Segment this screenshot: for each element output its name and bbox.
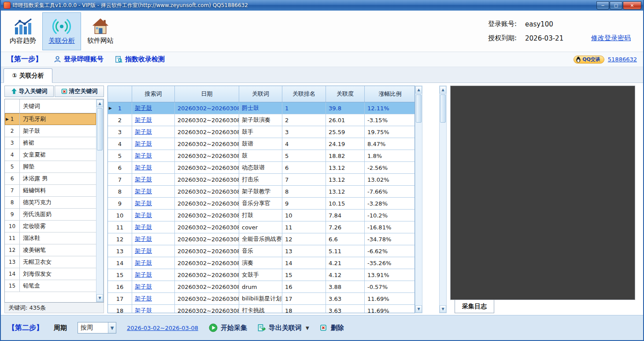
delete-button-label: 删除 xyxy=(331,324,344,332)
result-row[interactable]: 8架子鼓20260302~20260308架子鼓教学813.12-7.66% xyxy=(108,186,415,198)
scroll-thumb[interactable] xyxy=(97,108,103,150)
result-row[interactable]: 12架子鼓20260302~20260308全能音乐挑战赛126.6-34.78… xyxy=(108,233,415,245)
keyword-row[interactable]: 10定妆喷雾 xyxy=(5,221,96,232)
search-term-link[interactable]: 架子鼓 xyxy=(132,162,175,173)
result-row[interactable]: 5架子鼓20260302~20260308鼓518.821.8% xyxy=(108,150,415,162)
search-term-link[interactable]: 架子鼓 xyxy=(132,233,175,245)
result-row[interactable]: 11架子鼓20260302~20260308cover117.26-16.81% xyxy=(108,221,415,233)
col-header-search-term[interactable]: 搜索词 xyxy=(132,86,175,102)
result-row[interactable]: 14架子鼓20260302~20260308演奏144.21-35.26% xyxy=(108,257,415,269)
change-password-link[interactable]: 修改登录密码 xyxy=(591,34,631,42)
login-bilibili-button[interactable]: 登录哔哩账号 xyxy=(54,55,104,64)
panel-scrollbar[interactable]: ▲ ▼ xyxy=(439,86,447,313)
change-cell: 11.69% xyxy=(365,305,415,313)
result-row[interactable]: 10架子鼓20260302~20260308打鼓107.84-10.2% xyxy=(108,210,415,221)
change-cell: -2.56% xyxy=(365,162,415,173)
result-row[interactable]: 18架子鼓20260302~20260308打卡挑战183.6311.69% xyxy=(108,305,415,313)
scroll-down-icon[interactable]: ▼ xyxy=(440,305,446,313)
keyword-column-header[interactable]: 关键词 xyxy=(20,99,96,113)
search-term-link[interactable]: 架子鼓 xyxy=(132,210,175,221)
keyword-row[interactable]: 2架子鼓 xyxy=(5,125,96,137)
scroll-up-icon[interactable]: ▲ xyxy=(415,86,422,94)
col-header-change[interactable]: 涨幅比例 xyxy=(365,86,415,102)
scroll-thumb[interactable] xyxy=(416,94,422,123)
scroll-track[interactable] xyxy=(440,94,446,305)
search-term-link[interactable]: 架子鼓 xyxy=(132,269,175,281)
search-term-link[interactable]: 架子鼓 xyxy=(132,281,175,292)
tab-association-analysis[interactable]: 关联分析 xyxy=(42,12,81,50)
keyword-row[interactable]: 15铅笔盒 xyxy=(5,280,96,292)
col-header-date[interactable]: 日期 xyxy=(175,86,239,102)
keyword-row[interactable]: 13无帽卫衣女 xyxy=(5,256,96,268)
import-keywords-button[interactable]: 导入关键词 xyxy=(4,86,54,97)
search-term-link[interactable]: 架子鼓 xyxy=(132,245,175,257)
scroll-up-icon[interactable]: ▲ xyxy=(96,100,103,107)
index-check-button[interactable]: 指数收录检测 xyxy=(115,55,165,64)
export-dropdown-icon[interactable]: ▼ xyxy=(306,326,309,330)
search-term-link[interactable]: 架子鼓 xyxy=(132,293,175,304)
col-header-degree[interactable]: 关联度 xyxy=(326,86,365,102)
tab-collect-log[interactable]: 采集日志 xyxy=(455,300,494,313)
close-button[interactable]: ✕ xyxy=(623,1,641,10)
result-table: 搜索词 日期 关联词 关联排名 关联度 涨幅比例 ▶1架子鼓20260302~2… xyxy=(107,86,415,313)
search-term-link[interactable]: 架子鼓 xyxy=(132,221,175,233)
delete-button[interactable]: 删除 xyxy=(320,324,344,332)
tab-association-analysis-page[interactable]: ① 关联分析 xyxy=(4,68,52,83)
minimize-button[interactable]: ─ xyxy=(596,1,609,10)
combo-dropdown-icon[interactable]: ▼ xyxy=(108,322,116,333)
scroll-down-icon[interactable]: ▼ xyxy=(415,305,422,313)
search-term-link[interactable]: 架子鼓 xyxy=(132,186,175,197)
tab-content-trend[interactable]: 内容趋势 xyxy=(4,12,42,50)
search-term-link[interactable]: 架子鼓 xyxy=(132,174,175,185)
result-row[interactable]: 9架子鼓20260302~20260308音乐分享官910.15-3.28% xyxy=(108,198,415,210)
scroll-up-icon[interactable]: ▲ xyxy=(440,86,446,94)
result-row[interactable]: 16架子鼓20260302~20260308drum163.88-0.57% xyxy=(108,281,415,293)
step-one-label: 【第一步】 xyxy=(7,55,42,64)
clear-keywords-button[interactable]: 清空关键词 xyxy=(55,86,104,97)
keyword-row[interactable]: 11溜冰鞋 xyxy=(5,232,96,244)
search-term-link[interactable]: 架子鼓 xyxy=(132,114,175,126)
keyword-row[interactable]: 9旁氏洗面奶 xyxy=(5,209,96,221)
keyword-row[interactable]: 6沐浴露 男 xyxy=(5,173,96,185)
search-term-link[interactable]: 架子鼓 xyxy=(132,150,175,161)
search-term-link[interactable]: 架子鼓 xyxy=(132,305,175,313)
result-row[interactable]: 3架子鼓20260302~20260308鼓手325.5919.75% xyxy=(108,126,415,138)
scroll-thumb[interactable] xyxy=(440,94,446,123)
result-table-scrollbar[interactable]: ▲ ▼ xyxy=(415,86,422,313)
keyword-row[interactable]: ▶1万毛牙刷 xyxy=(5,113,96,125)
search-term-link[interactable]: 架子鼓 xyxy=(132,198,175,209)
result-row[interactable]: 13架子鼓20260302~20260308音乐135.11-6.62% xyxy=(108,245,415,257)
keyword-row[interactable]: 14刘海假发女 xyxy=(5,268,96,280)
scroll-track[interactable] xyxy=(96,107,103,294)
result-row[interactable]: 15架子鼓20260302~20260308女鼓手154.1213.91% xyxy=(108,269,415,281)
search-term-link[interactable]: 架子鼓 xyxy=(132,257,175,269)
export-related-words-button[interactable]: 导出关联词 ▼ xyxy=(258,324,309,332)
col-header-related-word[interactable]: 关联词 xyxy=(239,86,282,102)
search-term-link[interactable]: 架子鼓 xyxy=(132,126,175,138)
scroll-track[interactable] xyxy=(415,94,422,305)
result-row[interactable]: 17架子鼓20260302~20260308bilibili新星计划173.63… xyxy=(108,293,415,305)
period-select[interactable]: 按周 ▼ xyxy=(78,322,116,334)
result-row[interactable]: 4架子鼓20260302~20260308鼓谱424.198.47% xyxy=(108,138,415,150)
keyword-row[interactable]: 3裤裙 xyxy=(5,137,96,149)
result-row[interactable]: 6架子鼓20260302~20260308动态鼓谱613.12-2.56% xyxy=(108,162,415,174)
result-row[interactable]: 7架子鼓20260302~20260308打击乐713.1213.02% xyxy=(108,174,415,186)
keyword-row[interactable]: 8德芙巧克力 xyxy=(5,197,96,209)
keyword-list-scrollbar[interactable]: ▲ ▼ xyxy=(96,99,104,302)
search-term-link[interactable]: 架子鼓 xyxy=(132,102,175,114)
search-term-link[interactable]: 架子鼓 xyxy=(132,138,175,150)
result-row[interactable]: 2架子鼓20260302~20260308架子鼓演奏226.01-3.15% xyxy=(108,114,415,126)
scroll-down-icon[interactable]: ▼ xyxy=(96,294,103,302)
maximize-button[interactable]: ▢ xyxy=(610,1,622,10)
keyword-row[interactable]: 5脚垫 xyxy=(5,161,96,173)
start-collect-button[interactable]: 开始采集 xyxy=(209,323,247,332)
date-range-link[interactable]: 2026-03-02~2026-03-08 xyxy=(127,325,198,331)
keyword-row[interactable]: 7鲢鳙饵料 xyxy=(5,185,96,197)
col-header-rank[interactable]: 关联排名 xyxy=(282,86,326,102)
result-row[interactable]: ▶1架子鼓20260302~20260308爵士鼓139.812.11% xyxy=(108,102,415,114)
keyword-row[interactable]: 12凌美钢笔 xyxy=(5,244,96,256)
qq-number-link[interactable]: 51886632 xyxy=(608,56,637,63)
qq-chat-button[interactable]: QQ交谈 xyxy=(574,56,604,64)
tab-software-website[interactable]: 软件网站 xyxy=(81,12,120,50)
keyword-row[interactable]: 4女童夏裙 xyxy=(5,149,96,161)
